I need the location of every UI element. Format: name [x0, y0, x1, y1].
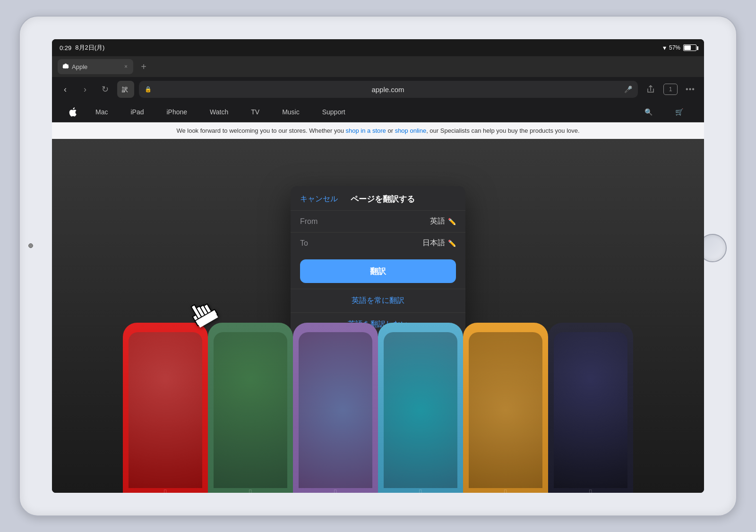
status-right: ▾ 57% [663, 44, 696, 51]
to-value: 日本語 ✏️ [422, 238, 456, 248]
browser-tab[interactable]: Apple × [58, 59, 133, 74]
address-bar: ‹ › ↻ 訳 🔒 apple.com 🎤 1 ••• [52, 77, 704, 102]
content-area: We look forward to welcoming you to our … [52, 122, 704, 493]
tab-count-button[interactable]: 1 [663, 84, 678, 95]
svg-text:訳: 訳 [122, 86, 128, 93]
nav-item-watch[interactable]: Watch [198, 102, 240, 122]
phone-apple-logo-red:  [163, 488, 167, 493]
nav-item-tv[interactable]: TV [240, 102, 271, 122]
tab-close-button[interactable]: × [123, 62, 129, 71]
phone-apple-logo-dark:  [589, 488, 592, 493]
phone-apple-logo-orange:  [504, 488, 507, 493]
phone-apple-logo-purple:  [334, 488, 337, 493]
phone-screen-orange [469, 332, 542, 488]
wifi-icon: ▾ [663, 44, 666, 51]
phone-apple-logo-green:  [249, 488, 252, 493]
banner: We look forward to welcoming you to our … [52, 122, 704, 139]
phone-screen-dark [554, 332, 627, 488]
from-label: From [300, 217, 318, 226]
date-display: 8月2日(月) [75, 43, 104, 52]
microphone-icon[interactable]: 🎤 [624, 86, 632, 93]
phone-apple-logo-blue:  [419, 488, 422, 493]
new-tab-button[interactable]: + [137, 60, 150, 73]
phone-green:  [208, 323, 293, 493]
phone-orange:  [463, 323, 548, 493]
time-display: 0:29 [60, 44, 71, 51]
from-edit-icon[interactable]: ✏️ [448, 218, 456, 225]
reload-button[interactable]: ↻ [97, 82, 112, 97]
battery-percent: 57% [669, 44, 680, 51]
nav-item-mac[interactable]: Mac [84, 102, 119, 122]
banner-text-middle: or [386, 127, 395, 134]
status-bar: 0:29 8月2日(月) ▾ 57% [52, 39, 704, 56]
tab-favicon [62, 63, 69, 70]
more-button[interactable]: ••• [682, 81, 698, 97]
phone-dark:  [548, 323, 633, 493]
back-button[interactable]: ‹ [58, 82, 73, 97]
share-button[interactable] [643, 81, 659, 97]
side-button[interactable] [28, 243, 33, 248]
phone-purple:  [293, 323, 378, 493]
phone-screen-green [214, 332, 287, 488]
translate-main-button[interactable]: 翻訳 [300, 259, 456, 283]
tab-bar: Apple × + [52, 56, 704, 77]
ipad-frame: 0:29 8月2日(月) ▾ 57% [19, 16, 737, 516]
phone-red:  [123, 323, 208, 493]
forward-button[interactable]: › [77, 82, 93, 97]
nav-menu: Mac iPad iPhone Watch TV Music Support 🔍 [52, 102, 704, 122]
nav-search-button[interactable]: 🔍 [633, 102, 664, 122]
status-left: 0:29 8月2日(月) [60, 43, 104, 52]
always-translate-option[interactable]: 英語を常に翻訳 [291, 289, 465, 312]
phone-blue:  [378, 323, 463, 493]
battery-icon [683, 44, 696, 51]
translate-button[interactable]: 訳 [117, 81, 134, 98]
dialog-header: キャンセル ページを翻訳する [291, 186, 465, 210]
to-edit-icon[interactable]: ✏️ [448, 240, 456, 247]
dialog-cancel-button[interactable]: キャンセル [300, 194, 338, 204]
nav-item-iphone[interactable]: iPhone [155, 102, 198, 122]
url-bar[interactable]: 🔒 apple.com 🎤 [139, 81, 638, 98]
url-text: apple.com [155, 86, 621, 94]
phone-screen-purple [299, 332, 372, 488]
from-language-row[interactable]: From 英語 ✏️ [291, 210, 465, 232]
phone-screen-red [129, 332, 202, 488]
nav-cart-button[interactable]: 🛒 [664, 102, 695, 122]
from-value: 英語 ✏️ [430, 216, 456, 226]
ipad-screen: 0:29 8月2日(月) ▾ 57% [52, 39, 704, 493]
nav-item-apple[interactable] [61, 102, 84, 122]
nav-item-music[interactable]: Music [271, 102, 311, 122]
to-language-row[interactable]: To 日本語 ✏️ [291, 232, 465, 254]
to-label: To [300, 239, 308, 248]
cursor-icon [184, 297, 222, 335]
nav-item-ipad[interactable]: iPad [119, 102, 155, 122]
tab-title: Apple [72, 63, 120, 70]
banner-text-after: , our Specialists can help you buy the p… [426, 127, 579, 134]
lock-icon: 🔒 [145, 86, 152, 93]
banner-link-online[interactable]: shop online [395, 127, 427, 134]
banner-text-before: We look forward to welcoming you to our … [176, 127, 345, 134]
phone-screen-blue [384, 332, 457, 488]
banner-link-store[interactable]: shop in a store [346, 127, 386, 134]
dialog-title: ページを翻訳する [351, 194, 415, 205]
nav-item-support[interactable]: Support [311, 102, 357, 122]
